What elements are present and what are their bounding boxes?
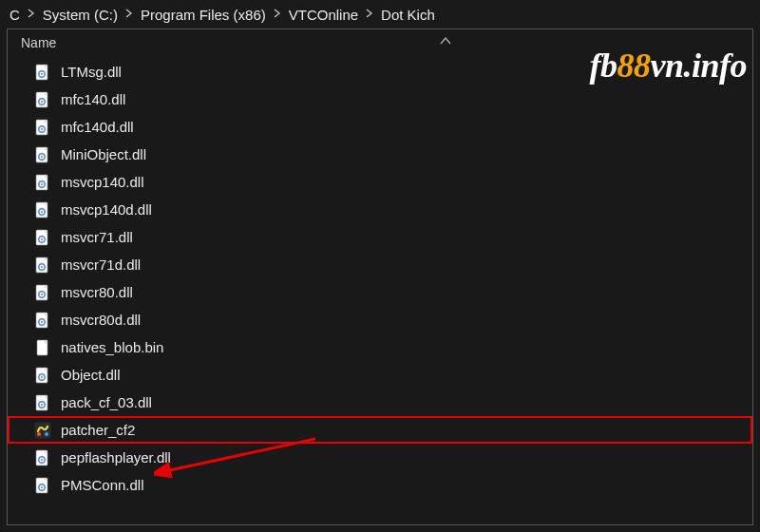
file-name-label: pack_cf_03.dll <box>61 394 152 410</box>
svg-point-58 <box>41 294 43 295</box>
svg-rect-75 <box>41 379 42 380</box>
file-name-label: PMSConn.dll <box>61 477 144 493</box>
file-name-label: Object.dll <box>61 367 121 383</box>
file-row[interactable]: PMSConn.dll <box>8 471 752 499</box>
svg-rect-66 <box>41 317 42 318</box>
dll-file-icon <box>34 367 51 384</box>
svg-rect-82 <box>41 407 42 408</box>
file-name-label: msvcr80.dll <box>61 284 133 300</box>
svg-rect-24 <box>41 152 42 153</box>
dll-file-icon <box>34 119 51 136</box>
svg-rect-55 <box>45 266 46 267</box>
breadcrumb-item[interactable]: C <box>10 7 20 23</box>
file-name-label: msvcp140d.dll <box>61 201 152 218</box>
file-row[interactable]: patcher_cf2 <box>8 416 752 444</box>
svg-rect-68 <box>38 321 39 322</box>
svg-rect-11 <box>41 104 42 104</box>
svg-rect-94 <box>45 459 46 460</box>
svg-rect-17 <box>41 124 42 125</box>
svg-point-86 <box>37 432 41 436</box>
file-name-label: MiniObject.dll <box>61 146 146 162</box>
svg-rect-20 <box>45 128 46 129</box>
svg-point-30 <box>41 183 43 185</box>
svg-point-90 <box>41 459 43 461</box>
file-name-label: LTMsg.dll <box>61 64 122 80</box>
column-header-name[interactable]: Name <box>21 35 741 50</box>
dll-file-icon <box>34 64 51 81</box>
svg-point-73 <box>41 376 43 378</box>
file-row[interactable]: msvcr71.dll <box>8 223 752 251</box>
file-row[interactable]: msvcp140d.dll <box>8 196 752 223</box>
exe-file-icon <box>34 422 51 439</box>
file-name-label: msvcr71.dll <box>61 229 133 245</box>
file-row[interactable]: msvcr80d.dll <box>8 306 752 333</box>
svg-rect-19 <box>38 128 39 129</box>
svg-rect-18 <box>41 131 42 132</box>
file-row[interactable]: LTMsg.dll <box>8 58 752 86</box>
svg-rect-27 <box>45 156 46 157</box>
file-row[interactable]: mfc140.dll <box>8 86 752 113</box>
breadcrumb-item[interactable]: Program Files (x86) <box>141 7 266 23</box>
file-row[interactable]: pepflashplayer.dll <box>8 444 752 471</box>
svg-rect-26 <box>38 156 39 157</box>
svg-rect-100 <box>38 486 39 487</box>
svg-rect-34 <box>45 183 46 184</box>
column-header-row: Name <box>8 29 752 56</box>
svg-rect-74 <box>41 372 42 373</box>
chevron-right-icon <box>274 9 281 20</box>
sort-indicator-icon <box>440 35 451 47</box>
file-row[interactable]: Object.dll <box>8 361 752 389</box>
svg-rect-13 <box>45 101 46 102</box>
dll-file-icon <box>34 394 51 411</box>
svg-rect-99 <box>41 489 42 490</box>
svg-rect-69 <box>45 321 46 322</box>
svg-point-97 <box>41 486 43 488</box>
file-name-label: mfc140d.dll <box>61 119 134 135</box>
file-row[interactable]: MiniObject.dll <box>8 141 752 168</box>
dll-file-icon <box>34 477 51 494</box>
breadcrumb-item[interactable]: Dot Kich <box>381 7 435 23</box>
svg-rect-12 <box>38 101 39 102</box>
svg-rect-4 <box>41 76 42 77</box>
svg-point-87 <box>45 432 48 436</box>
file-row[interactable]: msvcp140.dll <box>8 168 752 196</box>
breadcrumb: C System (C:) Program Files (x86) VTCOnl… <box>0 0 760 28</box>
svg-rect-33 <box>38 183 39 184</box>
breadcrumb-item[interactable]: System (C:) <box>43 7 118 23</box>
svg-point-16 <box>41 128 43 130</box>
svg-rect-60 <box>41 296 42 297</box>
file-row[interactable]: mfc140d.dll <box>8 113 752 141</box>
file-row[interactable]: msvcr71d.dll <box>8 251 752 278</box>
svg-rect-39 <box>41 214 42 215</box>
svg-point-44 <box>41 238 43 240</box>
svg-rect-77 <box>45 376 46 377</box>
svg-rect-53 <box>41 269 42 270</box>
svg-point-80 <box>41 404 43 406</box>
svg-rect-67 <box>41 324 42 325</box>
svg-point-65 <box>41 321 43 323</box>
svg-rect-5 <box>38 73 39 74</box>
file-name-label: msvcp140.dll <box>61 174 144 190</box>
svg-rect-10 <box>41 97 42 98</box>
file-name-label: mfc140.dll <box>61 91 125 107</box>
file-row[interactable]: msvcr80.dll <box>8 278 752 306</box>
svg-rect-47 <box>38 238 39 239</box>
svg-rect-41 <box>45 211 46 212</box>
dll-file-icon <box>34 174 51 191</box>
svg-rect-48 <box>45 238 46 239</box>
svg-rect-91 <box>41 455 42 456</box>
svg-rect-46 <box>41 241 42 242</box>
svg-rect-98 <box>41 483 42 484</box>
svg-point-2 <box>41 73 43 75</box>
svg-rect-76 <box>38 376 39 377</box>
file-row[interactable]: natives_blob.bin <box>8 333 752 361</box>
svg-rect-38 <box>41 207 42 208</box>
dll-file-icon <box>34 449 51 466</box>
file-row[interactable]: pack_cf_03.dll <box>8 389 752 416</box>
svg-rect-40 <box>38 211 39 212</box>
svg-rect-101 <box>45 486 46 487</box>
breadcrumb-item[interactable]: VTCOnline <box>289 7 358 23</box>
svg-rect-31 <box>41 180 42 180</box>
dll-file-icon <box>34 229 51 246</box>
svg-rect-59 <box>41 290 42 291</box>
